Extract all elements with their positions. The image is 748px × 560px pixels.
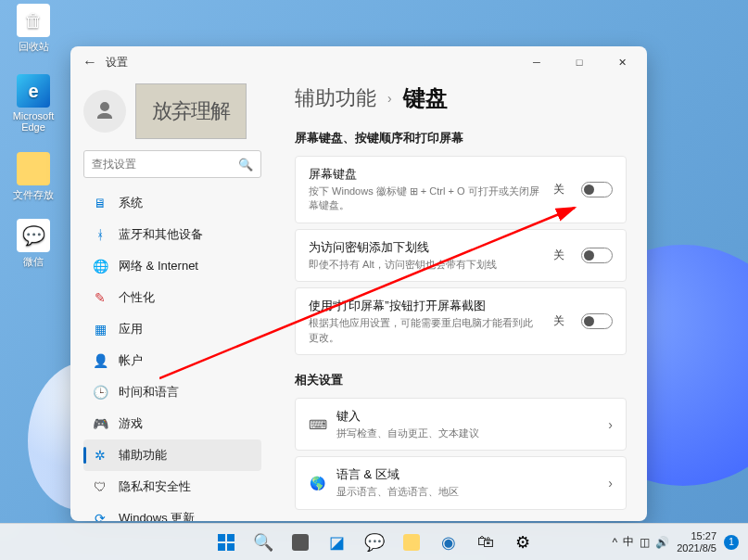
clock-time: 15:27 bbox=[677, 530, 716, 542]
chevron-right-icon: › bbox=[608, 476, 613, 490]
toggle-state: 关 bbox=[553, 182, 564, 197]
nav-icon: ▦ bbox=[93, 322, 108, 337]
sidebar-item-label: 个性化 bbox=[119, 289, 155, 306]
widgets-icon: ◪ bbox=[329, 532, 345, 553]
nav-icon: 🛡 bbox=[93, 479, 108, 494]
profile[interactable]: 放弃理解 bbox=[83, 78, 261, 150]
taskbar-right: ^ 中 ◫ 🔊 15:27 2021/8/5 1 bbox=[613, 530, 748, 554]
toggle-state: 关 bbox=[553, 313, 564, 329]
taskbar-center: 🔍 ◪ 💬 ◉ 🛍 ⚙ bbox=[209, 526, 539, 559]
sidebar-item-5[interactable]: 👤帐户 bbox=[83, 345, 261, 376]
toggle-desc: 即使不持有 Alt，访问密钥也会带有下划线 bbox=[309, 258, 542, 272]
recycle-bin-icon: 🗑 bbox=[17, 4, 50, 37]
clock[interactable]: 15:27 2021/8/5 bbox=[677, 530, 716, 554]
sidebar-item-4[interactable]: ▦应用 bbox=[83, 313, 261, 345]
folder-icon bbox=[403, 534, 420, 551]
main-content: 辅助功能 › 键盘 屏幕键盘、按键顺序和打印屏幕 屏幕键盘按下 Windows … bbox=[274, 78, 647, 521]
svg-rect-1 bbox=[218, 534, 225, 541]
volume-icon[interactable]: 🔊 bbox=[655, 536, 669, 549]
settings-task-button[interactable]: ⚙ bbox=[506, 526, 539, 559]
network-icon[interactable]: ◫ bbox=[640, 536, 650, 549]
svg-rect-2 bbox=[227, 534, 235, 541]
nav-icon: 👤 bbox=[93, 353, 108, 368]
sidebar-item-3[interactable]: ✎个性化 bbox=[83, 282, 261, 313]
clock-date: 2021/8/5 bbox=[677, 542, 716, 554]
search-field[interactable] bbox=[92, 158, 238, 171]
sidebar-item-label: 系统 bbox=[119, 195, 143, 211]
edge-button[interactable]: ◉ bbox=[432, 526, 465, 559]
task-view-button[interactable] bbox=[284, 526, 317, 559]
toggle-title: 屏幕键盘 bbox=[309, 166, 542, 183]
sidebar-item-1[interactable]: ᚼ蓝牙和其他设备 bbox=[83, 219, 261, 250]
sidebar-item-8[interactable]: ✲辅助功能 bbox=[83, 439, 261, 471]
widgets-button[interactable]: ◪ bbox=[321, 526, 354, 559]
sidebar-item-label: 蓝牙和其他设备 bbox=[119, 226, 203, 243]
toggle-card-1[interactable]: 为访问密钥添加下划线即使不持有 Alt，访问密钥也会带有下划线关 bbox=[295, 229, 627, 282]
store-button[interactable]: 🛍 bbox=[469, 526, 502, 559]
tray-chevron-icon[interactable]: ^ bbox=[613, 536, 618, 549]
chat-icon: 💬 bbox=[364, 532, 385, 553]
system-tray[interactable]: ^ 中 ◫ 🔊 bbox=[613, 534, 670, 550]
notification-badge[interactable]: 1 bbox=[724, 535, 739, 550]
svg-rect-3 bbox=[218, 543, 225, 551]
sidebar-item-7[interactable]: 🎮游戏 bbox=[83, 408, 261, 439]
sidebar-item-label: 游戏 bbox=[119, 415, 143, 432]
link-desc: 显示语言、首选语言、地区 bbox=[336, 485, 597, 499]
sidebar-item-label: Windows 更新 bbox=[119, 510, 195, 521]
toggle-title: 为访问密钥添加下划线 bbox=[309, 239, 542, 256]
link-desc: 拼写检查、自动更正、文本建议 bbox=[336, 426, 597, 440]
link-card-1[interactable]: 🌎语言 & 区域显示语言、首选语言、地区› bbox=[295, 456, 627, 509]
avatar bbox=[83, 90, 126, 133]
desktop-icon-label: 文件存放 bbox=[6, 188, 61, 202]
titlebar: ← 设置 ─ □ ✕ bbox=[70, 46, 647, 78]
desktop-icon-label: 微信 bbox=[6, 255, 61, 269]
toggle-switch[interactable] bbox=[581, 313, 613, 329]
desktop-icon-edge[interactable]: e Microsoft Edge bbox=[6, 74, 61, 133]
toggle-card-2[interactable]: 使用“打印屏幕”按钮打开屏幕截图根据其他应用设置，可能需要重启电脑才能看到此更改… bbox=[295, 287, 627, 355]
settings-window: ← 设置 ─ □ ✕ 放弃理解 🔍 🖥系统ᚼ蓝牙和其他设备🌐网络 & Inter… bbox=[70, 46, 647, 521]
nav-icon: ✎ bbox=[93, 290, 108, 305]
toggle-switch[interactable] bbox=[581, 248, 613, 263]
gear-icon: ⚙ bbox=[515, 532, 530, 553]
sidebar-item-9[interactable]: 🛡隐私和安全性 bbox=[83, 471, 261, 503]
sidebar-item-0[interactable]: 🖥系统 bbox=[83, 187, 261, 219]
toggle-card-0[interactable]: 屏幕键盘按下 Windows 徽标键 ⊞ + Ctrl + O 可打开或关闭屏幕… bbox=[295, 156, 627, 223]
profile-caption: 放弃理解 bbox=[135, 83, 247, 139]
explorer-button[interactable] bbox=[395, 526, 428, 559]
toggle-switch[interactable] bbox=[581, 182, 613, 197]
breadcrumb-parent[interactable]: 辅助功能 bbox=[295, 84, 376, 112]
back-button[interactable]: ← bbox=[74, 46, 106, 78]
desktop-icon-recycle-bin[interactable]: 🗑 回收站 bbox=[6, 4, 61, 54]
ime-indicator[interactable]: 中 bbox=[623, 534, 634, 550]
search-button[interactable]: 🔍 bbox=[247, 526, 280, 559]
search-input[interactable]: 🔍 bbox=[83, 150, 261, 178]
task-view-icon bbox=[292, 534, 309, 551]
sidebar-item-10[interactable]: ⟳Windows 更新 bbox=[83, 503, 261, 521]
link-title: 语言 & 区域 bbox=[336, 466, 597, 483]
sidebar-item-label: 隐私和安全性 bbox=[119, 478, 191, 495]
edge-icon: e bbox=[17, 74, 50, 108]
desktop-icon-wechat[interactable]: 💬 微信 bbox=[6, 219, 61, 269]
desktop-icon-label: 回收站 bbox=[6, 40, 61, 54]
sidebar-item-2[interactable]: 🌐网络 & Internet bbox=[83, 250, 261, 282]
edge-icon: ◉ bbox=[441, 532, 456, 553]
desktop-icon-label: Microsoft Edge bbox=[6, 110, 61, 133]
taskbar: 🔍 ◪ 💬 ◉ 🛍 ⚙ ^ 中 ◫ 🔊 15:27 2021/8/5 1 bbox=[0, 523, 748, 560]
chevron-right-icon: › bbox=[608, 417, 613, 432]
section-heading: 屏幕键盘、按键顺序和打印屏幕 bbox=[295, 130, 627, 146]
nav-icon: 🌐 bbox=[93, 259, 108, 274]
minimize-button[interactable]: ─ bbox=[515, 46, 558, 78]
nav-icon: ᚼ bbox=[93, 227, 108, 242]
chat-button[interactable]: 💬 bbox=[358, 526, 391, 559]
nav-icon: ✲ bbox=[93, 448, 108, 463]
maximize-button[interactable]: □ bbox=[558, 46, 601, 78]
sidebar-item-6[interactable]: 🕒时间和语言 bbox=[83, 376, 261, 408]
nav-icon: 🎮 bbox=[93, 416, 108, 431]
close-button[interactable]: ✕ bbox=[601, 46, 643, 78]
link-card-0[interactable]: ⌨键入拼写检查、自动更正、文本建议› bbox=[295, 398, 627, 451]
sidebar: 放弃理解 🔍 🖥系统ᚼ蓝牙和其他设备🌐网络 & Internet✎个性化▦应用👤… bbox=[70, 78, 274, 521]
start-button[interactable] bbox=[209, 526, 243, 559]
chevron-right-icon: › bbox=[387, 91, 392, 106]
toggle-desc: 根据其他应用设置，可能需要重启电脑才能看到此更改。 bbox=[309, 316, 542, 345]
desktop-icon-folder[interactable]: 文件存放 bbox=[6, 152, 61, 202]
